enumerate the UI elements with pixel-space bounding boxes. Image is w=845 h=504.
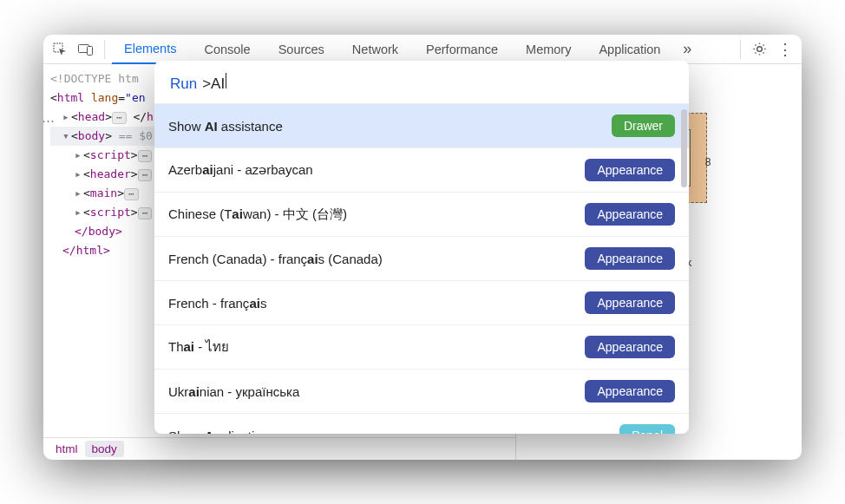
command-item[interactable]: Azerbaijani - azərbaycanAppearance [154, 148, 689, 193]
command-item-label: Show Application [168, 429, 611, 435]
command-item-badge: Panel [619, 424, 675, 434]
command-item-label: French (Canada) - français (Canada) [168, 252, 576, 266]
breadcrumb: html body [43, 437, 515, 460]
command-item-label: Thai - ไทย [168, 337, 576, 357]
command-item-label: Chinese (Taiwan) - 中文 (台灣) [168, 206, 576, 223]
tab-performance[interactable]: Performance [414, 35, 510, 64]
kebab-menu-icon[interactable]: ⋮ [774, 38, 796, 61]
command-item[interactable]: Thai - ไทยAppearance [154, 325, 689, 370]
command-item[interactable]: French - françaisAppearance [154, 281, 689, 325]
command-input[interactable]: Run >AI [154, 61, 689, 104]
tab-memory[interactable]: Memory [514, 35, 583, 64]
inspect-icon[interactable] [49, 38, 71, 61]
command-item-badge: Drawer [612, 115, 675, 137]
gear-icon[interactable] [748, 38, 770, 61]
command-item-label: French - français [168, 296, 576, 311]
more-tabs-icon[interactable]: » [676, 38, 698, 61]
command-item[interactable]: Ukrainian - українськаAppearance [154, 370, 689, 414]
command-item[interactable]: Chinese (Taiwan) - 中文 (台灣)Appearance [154, 193, 689, 237]
tab-application[interactable]: Application [586, 35, 672, 64]
tab-console[interactable]: Console [192, 35, 262, 64]
separator [104, 40, 105, 59]
crumb-body[interactable]: body [85, 441, 124, 457]
command-item-badge: Appearance [585, 159, 675, 181]
main-tabbar: Elements Console Sources Network Perform… [43, 35, 802, 64]
command-item-badge: Appearance [585, 336, 675, 358]
gutter-dots-icon: ⋯ [43, 113, 56, 128]
command-item[interactable]: Show AI assistanceDrawer [154, 104, 689, 148]
command-item-badge: Appearance [585, 203, 675, 226]
command-palette: Run >AI Show AI assistanceDrawerAzerbaij… [154, 61, 689, 434]
command-item-label: Show AI assistance [168, 119, 603, 134]
crumb-html[interactable]: html [49, 441, 85, 457]
command-item[interactable]: French (Canada) - français (Canada)Appea… [154, 237, 689, 281]
separator [740, 40, 741, 59]
command-prefix: Run [170, 75, 197, 93]
command-item[interactable]: Show ApplicationPanel [154, 414, 689, 434]
command-item-label: Ukrainian - українська [168, 384, 576, 399]
command-item-label: Azerbaijani - azərbaycan [168, 162, 576, 178]
box-model-margin-right: 8 [698, 147, 718, 168]
text-caret [226, 73, 226, 88]
device-toggle-icon[interactable] [75, 38, 97, 61]
command-item-badge: Appearance [585, 247, 675, 270]
svg-rect-2 [88, 46, 93, 55]
tab-sources[interactable]: Sources [266, 35, 337, 64]
scrollbar[interactable] [681, 109, 687, 187]
tab-elements[interactable]: Elements [112, 35, 188, 64]
tab-network[interactable]: Network [340, 35, 410, 64]
command-query: >AI [202, 75, 225, 93]
command-item-badge: Appearance [585, 291, 675, 314]
command-list: Show AI assistanceDrawerAzerbaijani - az… [154, 104, 689, 434]
command-item-badge: Appearance [585, 380, 675, 403]
